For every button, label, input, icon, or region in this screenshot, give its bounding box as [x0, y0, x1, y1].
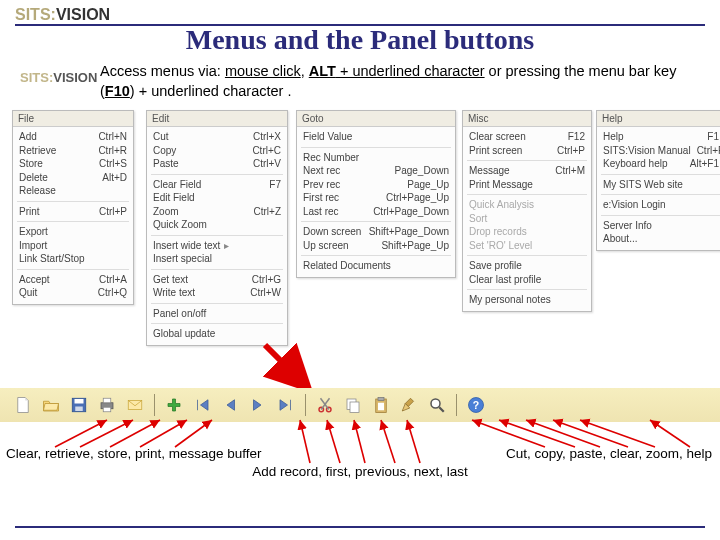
next-record-button[interactable] [245, 392, 271, 418]
last-record-button[interactable] [273, 392, 299, 418]
menus-area: FileAddCtrl+NRetrieveCtrl+RStoreCtrl+SDe… [12, 110, 708, 370]
menu-item[interactable]: Release [17, 184, 129, 198]
caption-center: Add record, first, previous, next, last [0, 464, 720, 479]
menu-item[interactable]: ZoomCtrl+Z [151, 205, 283, 219]
menu-item[interactable]: Rec Number [301, 151, 451, 165]
help-button[interactable]: ? [463, 392, 489, 418]
help-icon: ? [467, 396, 485, 414]
svg-line-21 [110, 420, 160, 447]
menu-item[interactable]: Down screenShift+Page_Down [301, 225, 451, 239]
menu-item[interactable]: First recCtrl+Page_Up [301, 191, 451, 205]
svg-line-25 [327, 420, 340, 463]
toolbar-separator [154, 394, 155, 416]
prev-record-button[interactable] [217, 392, 243, 418]
menu-item[interactable]: Server Info [601, 219, 720, 233]
menu-item[interactable]: Sort [467, 212, 587, 226]
logo: SITS:VISION [15, 6, 110, 24]
menu-item[interactable]: Last recCtrl+Page_Down [301, 205, 451, 219]
menu-item[interactable]: AcceptCtrl+A [17, 273, 129, 287]
menu-edit-header: Edit [147, 111, 287, 127]
menu-file-header: File [13, 111, 133, 127]
menu-item[interactable]: Set 'RO' Level [467, 239, 587, 253]
menu-item[interactable]: RetrieveCtrl+R [17, 144, 129, 158]
doc-blank-icon [14, 396, 32, 414]
svg-line-28 [407, 420, 420, 463]
menu-item[interactable]: My personal notes [467, 293, 587, 307]
menu-item[interactable]: e:Vision Login [601, 198, 720, 212]
first-record-button[interactable] [189, 392, 215, 418]
menu-item[interactable]: Insert wide text [151, 239, 283, 253]
menu-goto: GotoField ValueRec NumberNext recPage_Do… [296, 110, 456, 278]
menu-item[interactable]: Save profile [467, 259, 587, 273]
print-icon [98, 396, 116, 414]
menu-item[interactable]: MessageCtrl+M [467, 164, 587, 178]
menu-item[interactable]: QuitCtrl+Q [17, 286, 129, 300]
menu-item[interactable]: Import [17, 239, 129, 253]
copy-icon [344, 396, 362, 414]
menu-item[interactable]: Prev recPage_Up [301, 178, 451, 192]
logo-small: SITS:VISION [20, 70, 97, 85]
menu-item[interactable]: Write textCtrl+W [151, 286, 283, 300]
mail-icon [126, 396, 144, 414]
clear-button[interactable] [10, 392, 36, 418]
prev-icon [221, 396, 239, 414]
cut-button[interactable] [312, 392, 338, 418]
menu-item[interactable]: Link Start/Stop [17, 252, 129, 266]
menu-item[interactable]: AddCtrl+N [17, 130, 129, 144]
copy-button[interactable] [340, 392, 366, 418]
menu-item[interactable]: Insert special [151, 252, 283, 266]
paste-button[interactable] [368, 392, 394, 418]
print-button[interactable] [94, 392, 120, 418]
menu-item[interactable]: My SITS Web site [601, 178, 720, 192]
menu-item[interactable]: Related Documents [301, 259, 451, 273]
menu-item[interactable]: PasteCtrl+V [151, 157, 283, 171]
menu-item[interactable]: Print screenCtrl+P [467, 144, 587, 158]
menu-item[interactable]: About... [601, 232, 720, 246]
menu-item[interactable]: CutCtrl+X [151, 130, 283, 144]
clear-field-button[interactable] [396, 392, 422, 418]
menu-item[interactable]: Clear screenF12 [467, 130, 587, 144]
menu-item[interactable]: Global update [151, 327, 283, 341]
menu-item[interactable]: Quick Zoom [151, 218, 283, 232]
menu-item[interactable]: StoreCtrl+S [17, 157, 129, 171]
svg-line-29 [472, 420, 545, 447]
menu-item[interactable]: Edit Field [151, 191, 283, 205]
svg-line-31 [526, 420, 600, 447]
menu-item[interactable]: Drop records [467, 225, 587, 239]
menu-item[interactable]: SITS:Vision ManualCtrl+F1 [601, 144, 720, 158]
first-icon [193, 396, 211, 414]
menu-item[interactable]: Get textCtrl+G [151, 273, 283, 287]
add-record-button[interactable] [161, 392, 187, 418]
menu-item[interactable]: Next recPage_Down [301, 164, 451, 178]
menu-item[interactable]: Clear last profile [467, 273, 587, 287]
menu-item[interactable]: PrintCtrl+P [17, 205, 129, 219]
message-button[interactable] [122, 392, 148, 418]
last-icon [277, 396, 295, 414]
menu-item[interactable]: Field Value [301, 130, 451, 144]
menu-item[interactable]: Print Message [467, 178, 587, 192]
menu-help: HelpHelpF1SITS:Vision ManualCtrl+F1Keybo… [596, 110, 720, 251]
menu-item[interactable]: Export [17, 225, 129, 239]
store-button[interactable] [66, 392, 92, 418]
menu-item[interactable]: DeleteAlt+D [17, 171, 129, 185]
caption-right: Cut, copy, paste, clear, zoom, help [506, 446, 712, 461]
menu-misc-header: Misc [463, 111, 591, 127]
svg-rect-3 [75, 407, 83, 412]
menu-item[interactable]: HelpF1 [601, 130, 720, 144]
retrieve-button[interactable] [38, 392, 64, 418]
zoom-icon [428, 396, 446, 414]
svg-rect-2 [75, 399, 84, 404]
menu-item[interactable]: Keyboard helpAlt+F1 [601, 157, 720, 171]
zoom-button[interactable] [424, 392, 450, 418]
menu-item[interactable]: Clear FieldF7 [151, 178, 283, 192]
menu-item[interactable]: CopyCtrl+C [151, 144, 283, 158]
svg-line-26 [354, 420, 365, 463]
footer-rule [15, 526, 705, 528]
menu-item[interactable]: Up screenShift+Page_Up [301, 239, 451, 253]
svg-rect-11 [350, 402, 359, 413]
svg-line-24 [300, 420, 310, 463]
menu-item[interactable]: Panel on/off [151, 307, 283, 321]
svg-line-33 [580, 420, 655, 447]
svg-line-30 [499, 420, 575, 447]
menu-item[interactable]: Quick Analysis [467, 198, 587, 212]
